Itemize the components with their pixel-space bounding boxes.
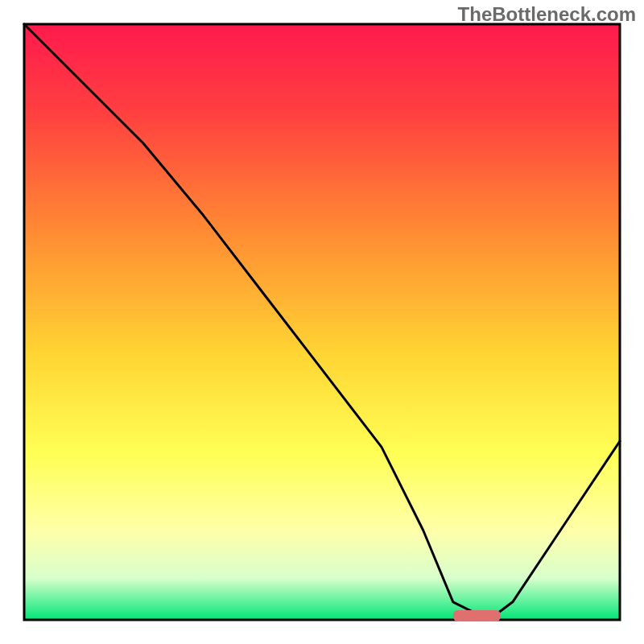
chart-container: TheBottleneck.com	[0, 0, 644, 644]
watermark-text: TheBottleneck.com	[458, 3, 636, 26]
optimal-marker	[453, 610, 501, 621]
bottleneck-chart	[0, 0, 644, 644]
